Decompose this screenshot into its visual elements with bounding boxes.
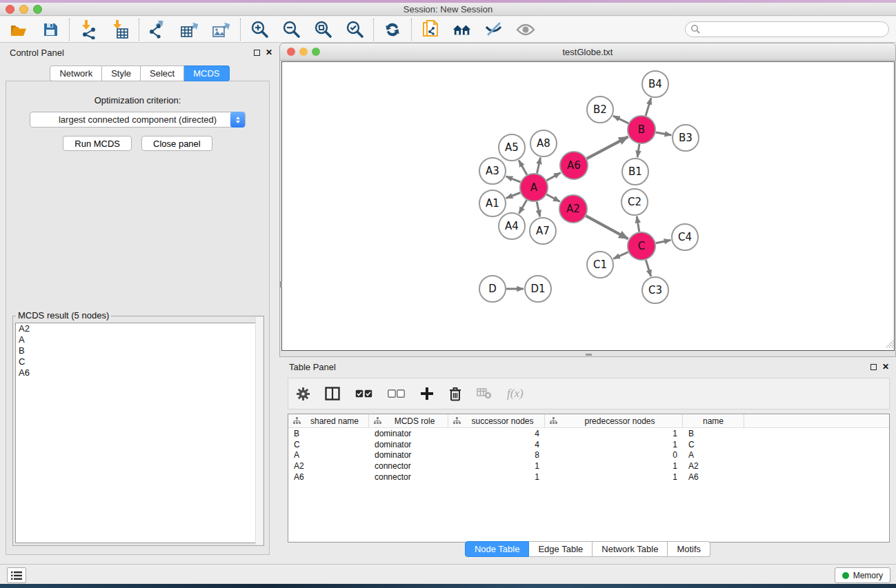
close-panel-button[interactable]: Close panel	[141, 136, 212, 151]
tab-edge-table[interactable]: Edge Table	[529, 541, 593, 557]
mcds-result-item[interactable]: A2	[16, 323, 261, 334]
cell-successor-nodes[interactable]: 4	[448, 429, 545, 438]
graph-node-A[interactable]: A	[520, 174, 548, 201]
graph-edge-A-A7[interactable]	[537, 202, 540, 217]
cell-predecessor-nodes[interactable]: 0	[545, 450, 683, 460]
table-row[interactable]: A6connector11A6	[288, 472, 889, 483]
graph-edge-A2-C[interactable]	[586, 216, 628, 239]
mcds-list-scrollbar[interactable]	[255, 317, 263, 545]
zoom-fit-icon[interactable]	[313, 20, 332, 39]
float-panel-icon[interactable]	[254, 50, 260, 56]
column-header-successor-nodes[interactable]: successor nodes	[448, 414, 545, 427]
network-canvas[interactable]: AA1A2A3A4A5A6A7A8BB1B2B3B4CC1C2C3C4DD1	[281, 61, 895, 351]
save-session-icon[interactable]	[41, 20, 60, 39]
tab-network[interactable]: Network	[50, 65, 102, 81]
home-view-icon[interactable]	[452, 20, 472, 39]
export-table-icon[interactable]	[180, 20, 199, 39]
graph-node-A6[interactable]: A6	[560, 152, 588, 179]
cell-predecessor-nodes[interactable]: 1	[545, 440, 683, 449]
cell-MCDS-role[interactable]: dominator	[369, 429, 448, 438]
graph-node-A5[interactable]: A5	[499, 134, 525, 161]
column-browser-icon[interactable]	[325, 387, 340, 401]
graph-edge-A-A1[interactable]	[506, 193, 521, 199]
graph-node-B2[interactable]: B2	[587, 97, 613, 123]
mcds-result-item[interactable]: A	[16, 334, 261, 345]
node-table[interactable]: shared nameMCDS rolesuccessor nodesprede…	[288, 414, 890, 543]
network-zoom-button[interactable]	[312, 48, 320, 56]
graph-edge-B-B2[interactable]	[613, 116, 628, 123]
column-header-MCDS-role[interactable]: MCDS role	[369, 414, 448, 427]
cell-name[interactable]: C	[683, 440, 744, 449]
tab-network-table[interactable]: Network Table	[593, 541, 668, 557]
cell-name[interactable]: A	[683, 450, 744, 460]
graph-edge-B-B4[interactable]	[646, 98, 651, 116]
tab-style[interactable]: Style	[102, 65, 141, 81]
cell-successor-nodes[interactable]: 8	[448, 450, 545, 460]
table-row[interactable]: Cdominator41C	[288, 439, 889, 450]
search-input[interactable]	[685, 21, 889, 37]
graph-node-A2[interactable]: A2	[559, 195, 587, 223]
tab-motifs[interactable]: Motifs	[668, 541, 710, 557]
table-row[interactable]: Bdominator41B	[288, 428, 889, 439]
show-all-icon[interactable]	[516, 20, 535, 39]
left-resize-handle[interactable]	[280, 281, 282, 287]
close-window-button[interactable]	[6, 5, 14, 14]
cell-MCDS-role[interactable]: connector	[369, 472, 448, 482]
table-row[interactable]: Adominator80A	[288, 449, 889, 460]
add-column-icon[interactable]	[420, 387, 434, 401]
settings-gear-icon[interactable]	[297, 387, 310, 401]
graph-edge-C-C2[interactable]	[637, 216, 639, 232]
graph-node-B1[interactable]: B1	[622, 159, 648, 185]
graph-edge-C-C4[interactable]	[656, 240, 671, 243]
graph-edge-A-A2[interactable]	[546, 194, 559, 202]
cell-successor-nodes[interactable]: 4	[448, 440, 545, 449]
graph-node-D1[interactable]: D1	[525, 276, 551, 302]
import-network-icon[interactable]	[79, 20, 98, 39]
graph-node-A7[interactable]: A7	[530, 218, 556, 244]
cell-predecessor-nodes[interactable]: 1	[545, 461, 683, 471]
graph-node-C4[interactable]: C4	[672, 224, 698, 250]
graph-node-B4[interactable]: B4	[642, 71, 668, 97]
run-mcds-button[interactable]: Run MCDS	[63, 136, 132, 151]
mcds-result-item[interactable]: C	[16, 356, 261, 367]
network-window-titlebar[interactable]: testGlobe.txt	[280, 43, 895, 61]
graph-node-B[interactable]: B	[628, 116, 655, 143]
deselect-all-columns-icon[interactable]	[388, 389, 405, 398]
zoom-in-icon[interactable]	[250, 20, 269, 39]
graph-edge-B-B1[interactable]	[637, 144, 639, 157]
graph-edge-B-B3[interactable]	[656, 132, 672, 135]
apply-layout-icon[interactable]	[383, 20, 402, 39]
cell-name[interactable]: A6	[683, 472, 744, 482]
cell-predecessor-nodes[interactable]: 1	[545, 429, 683, 438]
cell-MCDS-role[interactable]: dominator	[369, 450, 448, 460]
cell-shared-name[interactable]: A	[288, 450, 369, 460]
graph-edge-A6-B[interactable]	[587, 136, 628, 159]
zoom-out-icon[interactable]	[281, 20, 301, 39]
graph-edge-A-A6[interactable]	[546, 173, 560, 181]
cell-shared-name[interactable]: A6	[288, 472, 369, 482]
export-network-icon[interactable]	[148, 20, 168, 39]
memory-button[interactable]: Memory	[835, 567, 890, 583]
graph-edge-A-A8[interactable]	[537, 158, 541, 174]
cell-name[interactable]: A2	[683, 461, 744, 471]
graph-node-C2[interactable]: C2	[621, 189, 648, 215]
graph-node-A4[interactable]: A4	[499, 213, 525, 239]
network-close-button[interactable]	[287, 48, 295, 56]
delete-column-icon[interactable]	[449, 387, 461, 401]
float-table-panel-icon[interactable]	[870, 364, 877, 370]
select-all-columns-icon[interactable]	[355, 389, 372, 398]
table-row[interactable]: A2connector11A2	[288, 460, 889, 472]
bottom-resize-handle[interactable]	[586, 354, 592, 356]
resize-grip-icon[interactable]	[885, 338, 895, 350]
duplicate-network-icon[interactable]	[421, 20, 440, 39]
graph-node-C[interactable]: C	[628, 232, 655, 260]
graph-node-C3[interactable]: C3	[642, 277, 668, 303]
network-minimize-button[interactable]	[299, 48, 308, 56]
export-image-icon[interactable]	[212, 20, 231, 39]
close-table-panel-icon[interactable]: ✕	[882, 363, 889, 371]
cell-MCDS-role[interactable]: connector	[369, 461, 448, 471]
mcds-result-item[interactable]: A6	[16, 367, 261, 378]
close-panel-icon[interactable]: ✕	[266, 48, 272, 57]
cell-successor-nodes[interactable]: 1	[448, 461, 545, 471]
column-header-name[interactable]: name	[683, 414, 744, 427]
